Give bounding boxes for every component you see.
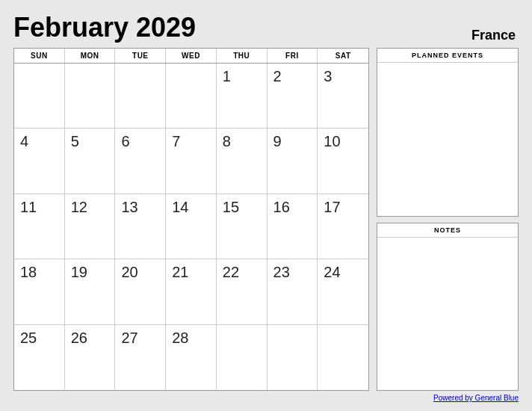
day-cell: 18	[14, 259, 65, 324]
planned-events-title: PLANNED EVENTS	[377, 49, 518, 63]
day-header-sun: SUN	[14, 49, 65, 63]
day-cell: 16	[267, 194, 318, 259]
day-cell: 19	[65, 259, 116, 324]
day-cell: 7	[166, 129, 217, 194]
day-cell: 26	[65, 325, 116, 390]
day-cell: 10	[318, 129, 368, 194]
day-cell: 6	[115, 129, 166, 194]
day-cell	[267, 325, 318, 390]
header: February 2029 France	[13, 12, 519, 43]
powered-by-link[interactable]: Powered by General Blue	[433, 394, 519, 402]
day-cell	[318, 325, 368, 390]
planned-events-box: PLANNED EVENTS	[377, 48, 519, 217]
notes-box: NOTES	[377, 223, 519, 392]
footer: Powered by General Blue	[13, 394, 519, 402]
day-cell: 2	[267, 64, 318, 129]
day-cell: 8	[217, 129, 267, 194]
day-header-sat: SAT	[318, 49, 368, 63]
day-cell: 17	[318, 194, 368, 259]
day-cell	[65, 64, 116, 129]
day-cell	[166, 64, 217, 129]
day-cell: 15	[217, 194, 267, 259]
day-cell: 27	[115, 325, 166, 390]
day-cell: 24	[318, 259, 368, 324]
sidebar: PLANNED EVENTS NOTES	[377, 48, 519, 391]
day-cell: 13	[115, 194, 166, 259]
day-cell	[217, 325, 267, 390]
main-area: SUNMONTUEWEDTHUFRISAT 123456789101112131…	[13, 48, 519, 391]
day-header-mon: MON	[65, 49, 116, 63]
day-cell: 28	[166, 325, 217, 390]
day-cell: 5	[65, 129, 116, 194]
country-label: France	[471, 28, 519, 43]
day-cell: 9	[267, 129, 318, 194]
day-cell: 3	[318, 64, 368, 129]
day-cell	[14, 64, 65, 129]
day-header-thu: THU	[217, 49, 267, 63]
day-headers-row: SUNMONTUEWEDTHUFRISAT	[14, 49, 368, 64]
day-cell: 1	[217, 64, 267, 129]
calendar-days-grid: 1234567891011121314151617181920212223242…	[14, 64, 368, 390]
day-cell: 21	[166, 259, 217, 324]
day-cell: 23	[267, 259, 318, 324]
day-cell: 4	[14, 129, 65, 194]
day-cell: 20	[115, 259, 166, 324]
day-cell: 12	[65, 194, 116, 259]
day-cell: 25	[14, 325, 65, 390]
planned-events-content	[377, 63, 518, 216]
day-cell: 11	[14, 194, 65, 259]
day-cell	[115, 64, 166, 129]
day-header-fri: FRI	[267, 49, 318, 63]
notes-content	[377, 238, 518, 391]
day-header-tue: TUE	[115, 49, 166, 63]
day-cell: 22	[217, 259, 267, 324]
calendar-page: February 2029 France SUNMONTUEWEDTHUFRIS…	[0, 0, 532, 411]
day-cell: 14	[166, 194, 217, 259]
notes-title: NOTES	[377, 223, 518, 238]
calendar-grid-container: SUNMONTUEWEDTHUFRISAT 123456789101112131…	[13, 48, 369, 391]
day-header-wed: WED	[166, 49, 217, 63]
page-title: February 2029	[13, 12, 196, 43]
